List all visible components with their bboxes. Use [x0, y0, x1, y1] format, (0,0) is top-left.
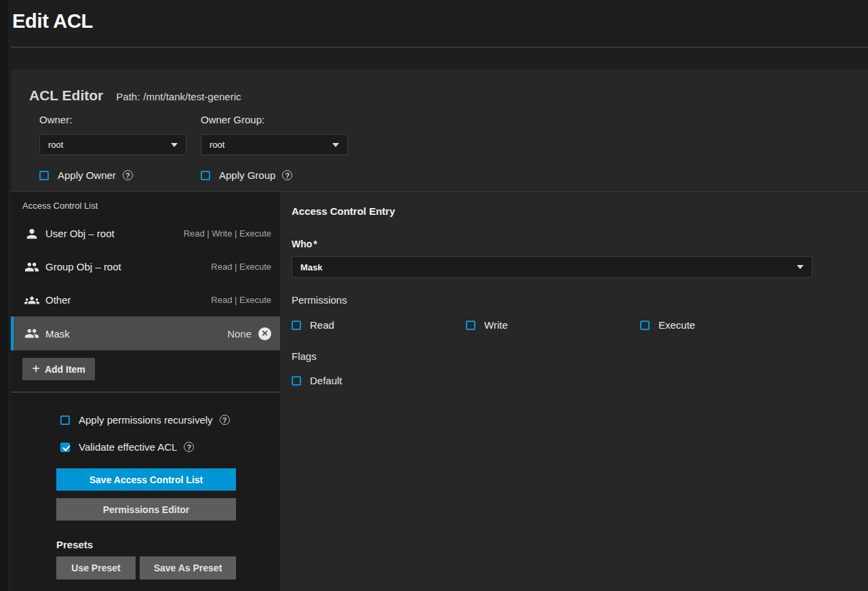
apply-owner-checkbox[interactable]: [39, 171, 49, 180]
save-acl-button[interactable]: Save Access Control List: [56, 468, 236, 491]
left-edge-strip: [0, 0, 8, 591]
list-item[interactable]: Mask None ✕: [11, 317, 280, 350]
execute-checkbox[interactable]: [640, 321, 650, 330]
page-title: Edit ACL: [12, 10, 868, 33]
who-select[interactable]: Mask: [292, 256, 812, 278]
permissions-heading: Permissions: [292, 294, 868, 306]
required-marker: *: [313, 239, 317, 249]
help-icon[interactable]: ?: [282, 170, 292, 180]
preset-buttons: Use Preset Save As Preset: [56, 556, 280, 579]
path-label: Path:: [116, 91, 140, 102]
owner-label: Owner:: [39, 114, 201, 125]
execute-permission[interactable]: Execute: [640, 319, 814, 331]
default-checkbox[interactable]: [292, 376, 301, 386]
owner-fields: Owner: root Apply Owner ? Owner Group: r…: [29, 114, 868, 181]
help-icon[interactable]: ?: [123, 170, 133, 180]
acl-list-panel: Access Control List User Obj – root Read…: [11, 192, 280, 591]
write-permission[interactable]: Write: [466, 319, 640, 331]
save-as-preset-button[interactable]: Save As Preset: [140, 556, 236, 579]
ace-label: User Obj – root: [45, 228, 115, 239]
dataset-path: Path:/mnt/tank/test-generic: [116, 91, 241, 102]
recursive-row[interactable]: Apply permissions recursively ?: [60, 414, 280, 426]
ace-label: Mask: [45, 328, 70, 340]
owner-group-column: Owner Group: root Apply Group ?: [201, 114, 362, 181]
people-icon: [24, 260, 39, 274]
acl-editor-card: ACL Editor Path:/mnt/tank/test-generic O…: [11, 70, 868, 591]
owner-group-select[interactable]: root: [201, 134, 348, 155]
editor-title: ACL Editor: [29, 87, 103, 104]
ace-permissions-summary: Read | Execute: [211, 295, 271, 305]
flags-heading: Flags: [292, 350, 868, 362]
help-icon[interactable]: ?: [184, 442, 194, 452]
owner-select-value: root: [48, 140, 63, 150]
owner-group-select-value: root: [210, 140, 224, 150]
execute-label: Execute: [658, 319, 695, 331]
acl-rows: User Obj – root Read | Write | Execute G…: [11, 217, 280, 350]
entry-title: Access Control Entry: [292, 205, 868, 217]
person-icon: [24, 226, 39, 241]
page-header: Edit ACL: [11, 0, 868, 47]
chevron-down-icon: [797, 265, 804, 269]
default-flag[interactable]: Default: [292, 375, 868, 386]
editor-body: Access Control List User Obj – root Read…: [11, 192, 868, 591]
ace-permissions-summary: Read | Write | Execute: [184, 228, 271, 239]
access-control-entry-panel: Access Control Entry Who* Mask Permissio…: [280, 192, 868, 591]
apply-owner-row[interactable]: Apply Owner ?: [39, 169, 201, 181]
help-icon[interactable]: ?: [220, 415, 230, 425]
plus-icon: +: [32, 362, 40, 375]
read-checkbox[interactable]: [292, 321, 301, 330]
acl-actions: Apply permissions recursively ? Validate…: [11, 392, 280, 579]
apply-group-label: Apply Group: [219, 169, 275, 181]
recursive-label: Apply permissions recursively: [79, 414, 213, 426]
use-preset-button[interactable]: Use Preset: [56, 556, 136, 579]
chevron-down-icon: [171, 143, 178, 147]
recursive-checkbox[interactable]: [60, 415, 70, 425]
list-item[interactable]: Other Read | Execute: [11, 283, 280, 317]
acl-editor-section: ACL Editor Path:/mnt/tank/test-generic O…: [11, 70, 868, 192]
validate-label: Validate effective ACL: [79, 441, 177, 453]
who-select-value: Mask: [300, 262, 323, 272]
path-value: /mnt/tank/test-generic: [143, 91, 241, 102]
presets-title: Presets: [56, 539, 280, 550]
remove-ace-icon[interactable]: ✕: [258, 327, 271, 340]
acl-list-title: Access Control List: [22, 201, 280, 211]
ace-permissions-summary: Read | Execute: [211, 262, 271, 272]
default-label: Default: [310, 375, 342, 386]
permissions-editor-button[interactable]: Permissions Editor: [56, 498, 236, 521]
who-label: Who*: [292, 239, 868, 249]
validate-row[interactable]: Validate effective ACL ?: [60, 441, 280, 453]
add-item-label: Add Item: [45, 364, 85, 375]
list-item[interactable]: User Obj – root Read | Write | Execute: [11, 217, 280, 250]
owner-select[interactable]: root: [39, 134, 186, 155]
groups-icon: [24, 293, 39, 308]
validate-checkbox[interactable]: [60, 443, 70, 452]
owner-group-label: Owner Group:: [201, 114, 362, 125]
ace-label: Group Obj – root: [45, 261, 121, 272]
add-item-button[interactable]: + Add Item: [22, 358, 95, 380]
write-label: Write: [484, 319, 508, 331]
ace-permissions-summary: None: [227, 328, 252, 340]
apply-group-checkbox[interactable]: [201, 171, 210, 180]
read-permission[interactable]: Read: [292, 319, 466, 331]
editor-title-row: ACL Editor Path:/mnt/tank/test-generic: [29, 87, 868, 104]
read-label: Read: [310, 319, 334, 331]
apply-owner-label: Apply Owner: [58, 169, 116, 181]
list-item[interactable]: Group Obj – root Read | Execute: [11, 250, 280, 283]
owner-column: Owner: root Apply Owner ?: [39, 114, 201, 181]
write-checkbox[interactable]: [466, 321, 475, 330]
ace-label: Other: [45, 294, 71, 306]
apply-group-row[interactable]: Apply Group ?: [201, 169, 362, 181]
people-icon: [24, 326, 39, 341]
permissions-checkboxes: Read Write Execute: [292, 319, 868, 331]
chevron-down-icon: [332, 143, 339, 147]
